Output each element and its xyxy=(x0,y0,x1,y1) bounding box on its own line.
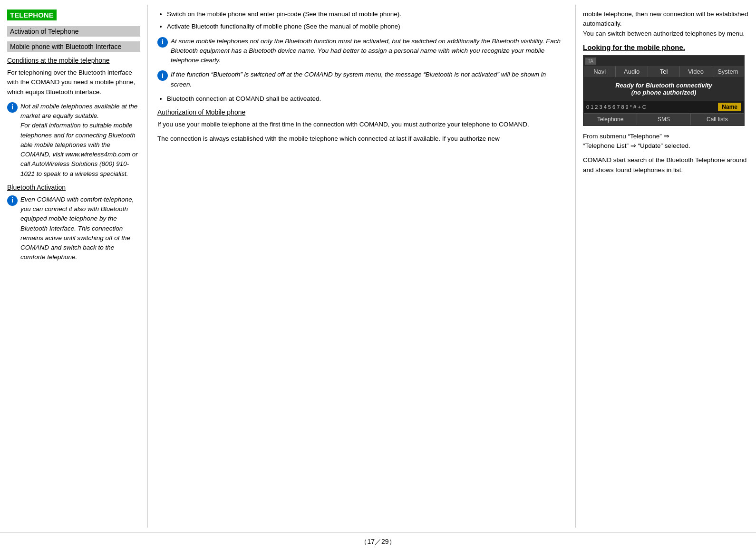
info-block-2: i Even COMAND with comfort-telephone, yo… xyxy=(7,195,140,262)
info-text-2: Even COMAND with comfort-telephone, you … xyxy=(20,195,140,262)
info-block-3: i At some mobile telephones not only the… xyxy=(157,37,566,66)
info-text-4: If the function “Bluetooth” is switched … xyxy=(171,70,566,89)
info-icon-1: i xyxy=(7,102,18,113)
steps-list-2: Bluetooth connection at COMAND shall be … xyxy=(167,94,566,104)
name-button[interactable]: Name xyxy=(718,103,741,111)
nav-audio[interactable]: Audio xyxy=(616,66,648,77)
nav-system[interactable]: System xyxy=(712,66,744,77)
screen-ta-label: TA xyxy=(585,58,596,65)
middle-column: Switch on the mobile phone and enter pin… xyxy=(147,5,575,528)
bottom-telephone[interactable]: Telephone xyxy=(584,114,637,125)
step-3: Bluetooth connection at COMAND shall be … xyxy=(167,94,566,104)
left-column: TELEPHONE Activation of Telephone Mobile… xyxy=(0,5,147,528)
auth-body-2: The connection is always established wit… xyxy=(157,134,566,144)
steps-list: Switch on the mobile phone and enter pin… xyxy=(167,10,566,32)
screen-topbar: TA xyxy=(584,56,744,66)
comand-text: COMAND start search of the Bluetooth Tel… xyxy=(583,155,749,175)
right-column: mobile telephone, then new connection wi… xyxy=(575,5,756,528)
keypad-numbers: 0 1 2 3 4 5 6 7 8 9 * # + C xyxy=(586,104,718,110)
nav-navi[interactable]: Navi xyxy=(584,66,616,77)
mobile-bluetooth-header: Mobile phone with Bluetooth Interface xyxy=(7,41,140,52)
page-number: （17／29） xyxy=(360,538,395,545)
info-block-4: i If the function “Bluetooth” is switche… xyxy=(157,70,566,89)
bottom-sms[interactable]: SMS xyxy=(637,114,690,125)
authorization-header: Authorization of Mobile phone xyxy=(157,108,566,116)
activation-header: Activation of Telephone xyxy=(7,26,140,37)
info-text-1: Not all mobile telephones available at t… xyxy=(20,102,140,179)
submenu-line2: “Telephone List” ⇒ “Update” selected. xyxy=(583,142,690,149)
info-text-3: At some mobile telephones not only the B… xyxy=(171,37,566,66)
page-footer: （17／29） xyxy=(0,532,756,551)
telephone-header: TELEPHONE xyxy=(7,10,57,20)
step-1: Switch on the mobile phone and enter pin… xyxy=(167,10,566,19)
submenu-line1: From submenu “Telephone” ⇒ xyxy=(583,133,669,140)
screen-message-line1: Ready for Bluetooth connectivity xyxy=(586,82,741,89)
page-container: TELEPHONE Activation of Telephone Mobile… xyxy=(0,0,756,551)
conditions-body: For telephoning over the Bluetooth inter… xyxy=(7,68,140,97)
info-icon-2: i xyxy=(7,195,18,206)
step-2: Activate Bluetooth functionality of mobi… xyxy=(167,22,566,31)
screen-keypad: 0 1 2 3 4 5 6 7 8 9 * # + C Name xyxy=(584,101,744,113)
screen-nav: Navi Audio Tel Video System xyxy=(584,66,744,77)
info-icon-4: i xyxy=(157,70,168,81)
submenu-text: From submenu “Telephone” ⇒ “Telephone Li… xyxy=(583,132,749,151)
conditions-header: Conditions at the mobile telephone xyxy=(7,57,140,64)
continuation-text: mobile telephone, then new connection wi… xyxy=(583,10,749,39)
nav-video[interactable]: Video xyxy=(680,66,712,77)
screen-message-line2: (no phone authorized) xyxy=(586,89,741,96)
bottom-call-lists[interactable]: Call lists xyxy=(691,114,744,125)
info-block-1: i Not all mobile telephones available at… xyxy=(7,102,140,179)
looking-header: Looking for the mobile phone. xyxy=(583,43,749,51)
auth-body-1: If you use your mobile telephone at the … xyxy=(157,120,566,129)
info-icon-3: i xyxy=(157,37,168,48)
screen-bottom-nav: Telephone SMS Call lists xyxy=(584,113,744,125)
phone-screen: TA Navi Audio Tel Video System Ready for… xyxy=(583,55,745,126)
screen-message: Ready for Bluetooth connectivity (no pho… xyxy=(584,77,744,101)
nav-tel[interactable]: Tel xyxy=(648,66,680,77)
bluetooth-activation-header: Bluetooth Activation xyxy=(7,184,140,191)
content-area: TELEPHONE Activation of Telephone Mobile… xyxy=(0,0,756,532)
